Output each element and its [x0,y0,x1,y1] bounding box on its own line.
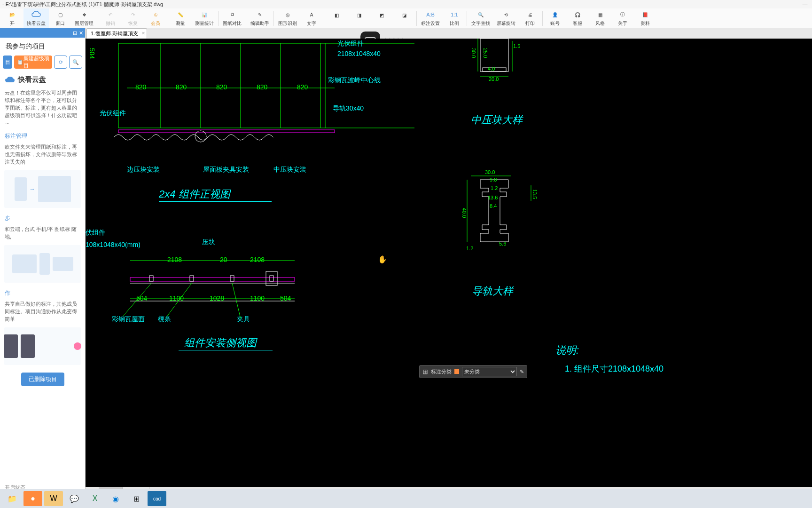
search-icon: 🔍 [476,9,486,20]
account-button[interactable]: 👤账号 [544,8,566,28]
deleted-projects-button[interactable]: 已删除项目 [21,373,64,386]
edit-icon: ✎ [255,9,265,20]
redo-icon: ↷ [128,9,138,20]
dim-30: 30.0 [471,48,476,58]
vip-icon: ♔ [150,9,161,20]
dim-820-4: 820 [257,83,267,91]
project-sidebar: ⊟ ✕ 我参与的项目 目 📋 新建超级项目 ⟳ 🔍 快看云盘 云盘！在这里您不仅… [0,28,86,508]
annot-settings-button[interactable]: A:B标注设置 [418,8,443,28]
user-icon: 👤 [550,9,560,20]
generic-icon: ◨ [354,10,364,21]
svg-rect-26 [270,276,273,281]
taskbar-wps[interactable]: W [44,491,63,506]
tb-d[interactable]: ◪ [393,8,415,28]
edit-helper-button[interactable]: ✎编辑助手 [247,8,273,28]
drawing-canvas[interactable]: 光伏组件 2108x1048x40 彩钢瓦波峰中心线 导轨30x40 504 光… [86,39,812,487]
shape-recog-button[interactable]: ◎图形识别 [275,8,300,28]
dim-20: 20 [220,256,227,263]
edit-icon[interactable]: ✎ [520,369,524,375]
grid-icon: ▦ [595,9,605,20]
svg-rect-9 [118,130,335,133]
taskbar-edge[interactable]: ◉ [106,491,125,506]
redo-button[interactable]: ↷恢复 [122,8,144,28]
generic-icon: ◪ [399,10,409,21]
section-collab: 作 [0,286,85,298]
cloud-button[interactable]: 快看云盘 [23,8,49,28]
taskbar-taskview[interactable]: ⊞ [127,491,146,506]
folder-icon: 📂 [7,9,17,20]
style-button[interactable]: ▦风格 [589,8,611,28]
material-button[interactable]: 📕资料 [634,8,656,28]
tb-b[interactable]: ◨ [348,8,370,28]
scale-button[interactable]: 1:1比例 [443,8,466,28]
svg-rect-25 [230,276,234,281]
tb-a[interactable]: ◧ [325,8,348,28]
dim-1028: 1028 [210,294,224,302]
note-1: 1. 组件尺寸2108x1048x40 [565,363,664,374]
section-annot-desc: 欧文件夹来管理图纸和标注，再也无需损坏，文件误删等导致标注丢失的 [0,141,85,167]
compare-button[interactable]: ⧉图纸对比 [219,8,245,28]
minimize-button[interactable]: — [798,0,812,8]
taskbar-cad[interactable]: cad [148,491,166,506]
layer-button[interactable]: ❖图层管理 [71,8,97,28]
tb-c[interactable]: ◩ [370,8,393,28]
vip-button[interactable]: ♔会员 [144,8,167,28]
window-button[interactable]: ▢窗口 [49,8,71,28]
dim-504-b1: 504 [136,294,147,302]
measure-stat-button[interactable]: 📊测量统计 [192,8,217,28]
dim-56: 5.6 [499,241,506,246]
label-clamp: 压块 [202,238,215,246]
text-button[interactable]: A文字 [300,8,323,28]
notes-title: 说明: [555,343,579,357]
sidebar-pin-icon[interactable]: ⊟ [73,30,77,36]
annot-category-select[interactable]: 未分类 [462,367,517,376]
refresh-button[interactable]: ⟳ [54,56,67,69]
find-text-button[interactable]: 🔍文字查找 [468,8,493,28]
headset-icon: 🎧 [572,9,583,20]
cloud-desc: 云盘！在这里您不仅可以同步图纸和标注等各个平台，还可以分享图纸、标注，更有超大容… [0,87,85,128]
dim-820-2: 820 [176,83,187,91]
open-button[interactable]: 📂开 [1,8,23,28]
annotation-toolbar[interactable]: ⊞ 标注分类 未分类 ✎ [419,365,527,378]
dim-200: 20.0 [489,76,499,82]
project-button[interactable]: 目 [3,56,12,69]
sidebar-title: 我参与的项目 [0,38,85,56]
dim-135: 13.5 [532,189,538,199]
annot-icon: A:B [425,9,436,20]
grid-icon[interactable]: ⊞ [422,368,428,375]
cloud-icon [31,9,41,20]
label-roof-clamp: 屋面板夹具安装 [203,166,249,174]
taskbar-wechat[interactable]: 💬 [65,491,84,506]
taskbar-excel[interactable]: X [86,491,104,506]
dim-300: 30.0 [485,169,495,175]
label-pv-size-mm: 108x1048x40(mm) [86,241,141,248]
measure-button[interactable]: 📏测量 [169,8,192,28]
print-icon: 🖨 [525,9,535,20]
generic-icon: ◧ [331,10,342,21]
rotate-button[interactable]: ⟲屏幕旋转 [493,8,519,28]
new-project-button[interactable]: 📋 新建超级项目 [14,56,52,69]
file-path: - E:\迅雷下载\课件\工商业分布式图纸 (1)\T1-髓魔师-彩钢屋顶支架.… [2,0,163,8]
dim-84: 8.4 [490,203,497,209]
print-button[interactable]: 🖨打印 [519,8,541,28]
label-pv-module: 光伏组件 [337,40,364,48]
info-icon: ⓘ [617,9,628,20]
title-front-view: 2x4 组件正视图 [159,187,230,201]
document-tab[interactable]: 1-髓魔师-彩钢屋顶支 × [86,28,147,39]
sidebar-close-icon[interactable]: ✕ [79,30,83,36]
search-button[interactable]: 🔍 [69,56,82,69]
undo-button[interactable]: ↶撤销 [99,8,122,28]
support-button[interactable]: 🎧客服 [566,8,589,28]
main-toolbar: 📂开 快看云盘 ▢窗口 ❖图层管理 ↶撤销 ↷恢复 ♔会员 📏测量 📊测量统计 … [0,8,812,28]
dim-820-1: 820 [135,83,146,91]
taskbar-app-orange[interactable]: ● [23,491,42,506]
label-purlin: 檩条 [158,315,171,324]
close-tab-icon[interactable]: × [142,30,145,36]
dim-820-5: 820 [297,83,308,91]
about-button[interactable]: ⓘ关于 [611,8,634,28]
layers-icon: ❖ [79,9,89,20]
search-icon: 🔍 [72,59,79,65]
taskbar-explorer[interactable]: 📁 [3,491,22,506]
generic-icon: ◩ [376,10,387,21]
drawing-area[interactable]: 1-髓魔师-彩钢屋顶支 × ····· www.luping.com [86,28,812,508]
